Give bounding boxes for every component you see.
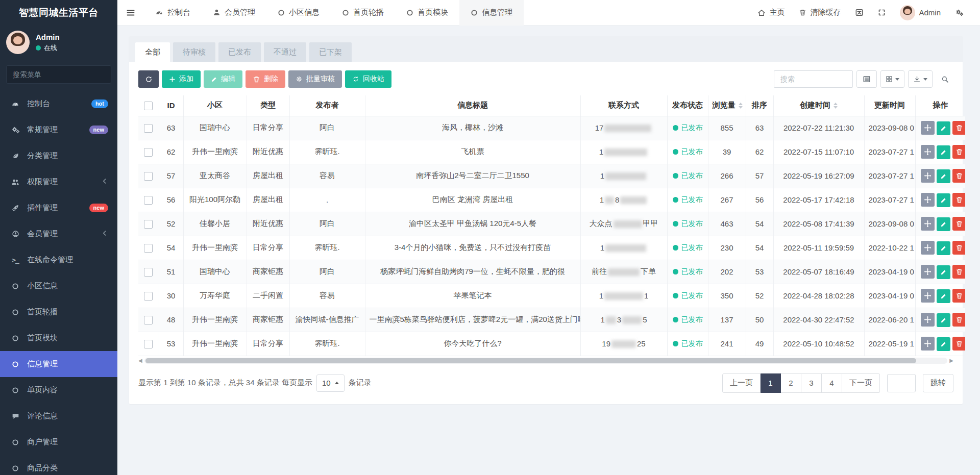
sort-icon[interactable] [834, 103, 838, 109]
row-checkbox[interactable] [144, 148, 153, 157]
next-page-button[interactable]: 下一页 [842, 373, 880, 393]
move-row-button[interactable] [921, 169, 935, 183]
move-row-button[interactable] [921, 289, 935, 303]
scroll-left-icon[interactable]: ◀ [138, 358, 142, 363]
move-row-button[interactable] [921, 121, 935, 135]
move-row-button[interactable] [921, 337, 935, 351]
edit-button[interactable]: 编辑 [204, 70, 242, 88]
sidebar-item-modules[interactable]: 首页模块 [0, 325, 117, 351]
column-header-创建时间[interactable]: 创建时间 [773, 95, 864, 116]
refresh-button[interactable] [138, 70, 159, 88]
table-row[interactable]: 57亚太商谷房屋出租容易南坪香弥山2号二室二厅二卫15501已发布2665720… [138, 164, 965, 188]
sidebar-item-dashboard[interactable]: 控制台hot [0, 91, 117, 117]
edit-row-button[interactable] [937, 289, 950, 303]
sidebar-item-addon[interactable]: 插件管理new [0, 195, 117, 221]
table-row[interactable]: 30万寿华庭二手闲置容易苹果笔记本11已发布350522022-04-28 18… [138, 284, 965, 308]
settings-button[interactable] [948, 0, 971, 26]
horizontal-scrollbar[interactable]: ◀ ▶ [138, 357, 953, 364]
row-checkbox[interactable] [144, 268, 153, 277]
move-row-button[interactable] [921, 313, 935, 327]
delete-row-button[interactable] [952, 121, 966, 135]
select-all-header[interactable] [138, 95, 159, 116]
delete-row-button[interactable] [952, 145, 966, 159]
edit-row-button[interactable] [937, 193, 950, 207]
page-button-3[interactable]: 3 [801, 373, 822, 393]
sidebar-item-comments[interactable]: 评论信息 [0, 403, 117, 429]
page-size-select[interactable]: 10 [316, 374, 345, 392]
row-checkbox[interactable] [144, 244, 153, 253]
delete-row-button[interactable] [952, 265, 966, 279]
language-button[interactable] [848, 0, 871, 26]
delete-row-button[interactable] [952, 289, 966, 303]
sidebar-item-category[interactable]: 分类管理 [0, 143, 117, 169]
sidebar-item-command[interactable]: >_在线命令管理 [0, 247, 117, 273]
sidebar-item-carousel[interactable]: 首页轮播 [0, 299, 117, 325]
delete-row-button[interactable] [952, 313, 966, 327]
home-link[interactable]: 主页 [750, 0, 792, 26]
sidebar-item-community[interactable]: 小区信息 [0, 273, 117, 299]
add-button[interactable]: 添加 [162, 70, 201, 88]
row-checkbox[interactable] [144, 340, 153, 348]
columns-dropdown-button[interactable] [880, 70, 904, 88]
table-row[interactable]: 62升伟一里南滨附近优惠霁昕珏.飞机票1已发布39622022-07-15 11… [138, 140, 965, 164]
move-row-button[interactable] [921, 217, 935, 231]
tab-offline[interactable]: 已下架 [309, 42, 352, 62]
row-checkbox[interactable] [144, 316, 153, 324]
nav-item-members[interactable]: 会员管理 [202, 0, 266, 26]
delete-row-button[interactable] [952, 217, 966, 231]
edit-row-button[interactable] [937, 145, 950, 159]
sidebar-item-goods[interactable]: 商品分类 [0, 455, 117, 475]
row-checkbox[interactable] [144, 220, 153, 229]
edit-row-button[interactable] [937, 217, 950, 231]
page-button-4[interactable]: 4 [822, 373, 842, 393]
page-button-1[interactable]: 1 [761, 373, 781, 393]
recycle-bin-button[interactable]: 回收站 [345, 70, 391, 88]
table-row[interactable]: 52佳馨小居附近优惠阿白渝中区太圣甲 甲鱼汤锅 120元4-5人餐大众点甲甲已发… [138, 212, 965, 236]
tab-all[interactable]: 全部 [135, 42, 170, 62]
delete-row-button[interactable] [952, 337, 966, 351]
table-row[interactable]: 63国瑞中心日常分享阿白海风，椰林，沙滩17已发布855632022-07-22… [138, 116, 965, 140]
tab-pending[interactable]: 待审核 [173, 42, 215, 62]
row-checkbox[interactable] [144, 124, 153, 133]
fullscreen-button[interactable] [871, 0, 893, 26]
row-checkbox[interactable] [144, 172, 153, 181]
clear-cache-button[interactable]: 清除缓存 [792, 0, 848, 26]
delete-row-button[interactable] [952, 169, 966, 183]
edit-row-button[interactable] [937, 241, 950, 255]
sidebar-item-general[interactable]: 常规管理new [0, 117, 117, 143]
avatar[interactable] [6, 31, 30, 54]
search-toggle-button[interactable] [936, 70, 953, 88]
view-toggle-button[interactable] [856, 70, 877, 88]
table-search-input[interactable] [774, 70, 853, 88]
user-menu[interactable]: Admin [893, 0, 948, 26]
page-button-2[interactable]: 2 [781, 373, 801, 393]
jump-button[interactable]: 跳转 [923, 374, 953, 392]
row-checkbox[interactable] [144, 196, 153, 205]
delete-row-button[interactable] [952, 241, 966, 255]
move-row-button[interactable] [921, 193, 935, 207]
table-row[interactable]: 53升伟一里南滨日常分享霁昕珏.你今天吃了什么?1925已发布241492022… [138, 332, 965, 356]
column-header-浏览量[interactable]: 浏览量 [708, 95, 746, 116]
sidebar-item-info[interactable]: 信息管理 [0, 351, 117, 377]
delete-button[interactable]: 删除 [246, 70, 285, 88]
edit-row-button[interactable] [937, 265, 950, 279]
table-row[interactable]: 54升伟一里南滨日常分享霁昕珏.3-4个月的小猫咪，免费送，只不过没有打疫苗1已… [138, 236, 965, 260]
nav-item-carousel[interactable]: 首页轮播 [331, 0, 395, 26]
edit-row-button[interactable] [937, 313, 950, 327]
batch-audit-button[interactable]: 批量审核 [288, 70, 342, 88]
export-dropdown-button[interactable] [908, 70, 933, 88]
tab-published[interactable]: 已发布 [218, 42, 261, 62]
prev-page-button[interactable]: 上一页 [722, 373, 761, 393]
select-all-checkbox[interactable] [144, 102, 153, 110]
scrollbar-thumb[interactable] [145, 358, 917, 363]
sidebar-item-auth[interactable]: 权限管理 [0, 169, 117, 195]
move-row-button[interactable] [921, 241, 935, 255]
table-row[interactable]: 56阳光100阿尔勒房屋出租.巴南区 龙洲湾 房屋出租18已发布26756202… [138, 188, 965, 212]
nav-item-info[interactable]: 信息管理 [459, 0, 524, 26]
sidebar-search-input[interactable] [6, 65, 111, 84]
nav-item-modules[interactable]: 首页模块 [395, 0, 459, 26]
nav-item-dashboard[interactable]: 控制台 [144, 0, 202, 26]
delete-row-button[interactable] [952, 193, 966, 207]
move-row-button[interactable] [921, 145, 935, 159]
sidebar-toggle-button[interactable] [117, 0, 144, 26]
